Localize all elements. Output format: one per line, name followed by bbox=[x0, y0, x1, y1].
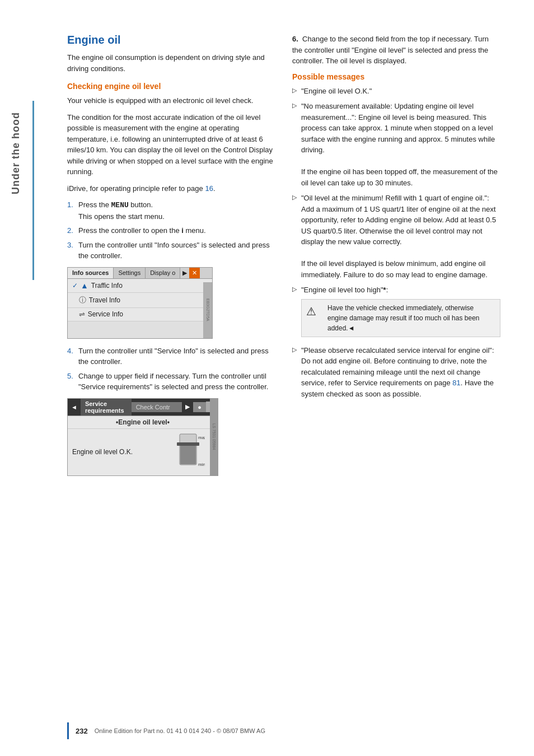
intro-text: The engine oil consumption is dependent … bbox=[67, 52, 275, 74]
page-link-81[interactable]: 81 bbox=[452, 379, 460, 387]
service-ok-row: Engine oil level O.K. max. min. bbox=[68, 429, 218, 475]
step-5: 5. Change to upper field if necessary. T… bbox=[67, 371, 275, 393]
warning-box: ⚠ Have the vehicle checked immediately, … bbox=[301, 299, 500, 337]
step-4: 4. Turn the controller until "Service In… bbox=[67, 346, 275, 367]
section1-title: Checking engine oil level bbox=[67, 82, 275, 91]
menu-item-traffic-text: Traffic Info bbox=[91, 282, 123, 290]
svg-rect-2 bbox=[177, 442, 199, 446]
step-text-5: Change to upper field if necessary. Turn… bbox=[78, 371, 275, 393]
step-num-4: 4. bbox=[67, 346, 78, 367]
step-num-1: 1. bbox=[67, 199, 78, 222]
para2: The condition for the most accurate indi… bbox=[67, 112, 275, 178]
step-text-4: Turn the controller until "Service Info"… bbox=[78, 346, 275, 367]
arrow-icon-4: ▷ bbox=[292, 284, 301, 340]
main-title: Engine oil bbox=[67, 34, 275, 46]
tab-info-sources: Info sources bbox=[68, 268, 114, 278]
warning-text: Have the vehicle checked immediately, ot… bbox=[327, 303, 495, 333]
service-arrow-left-icon: ◄ bbox=[68, 402, 81, 412]
check-icon: ✓ bbox=[72, 282, 78, 290]
message-5: ▷ "Please observe recalculated service i… bbox=[292, 345, 500, 400]
menu-tabs: Info sources Settings Display o ▶ ✕ bbox=[68, 268, 212, 279]
page-container: Under the hood Engine oil The engine oil… bbox=[0, 0, 534, 756]
message-3-text: "Oil level at the minimum! Refill with 1… bbox=[301, 193, 500, 280]
step-num-5: 5. bbox=[67, 371, 78, 393]
message-3: ▷ "Oil level at the minimum! Refill with… bbox=[292, 193, 500, 280]
menu-empty-area bbox=[68, 321, 212, 338]
traffic-icon: ▲ bbox=[81, 281, 88, 290]
tab-settings: Settings bbox=[114, 268, 146, 278]
menu-item-travel: ⓘ Travel Info bbox=[68, 293, 212, 308]
step-num-3: 3. bbox=[67, 240, 78, 262]
message-4-text: "Engine oil level too high"*: ⚠ Have the… bbox=[301, 284, 500, 340]
step-num-2: 2. bbox=[67, 225, 78, 236]
message-5-text: "Please observe recalculated service int… bbox=[301, 345, 500, 400]
oil-gauge-svg: max. min. bbox=[171, 431, 205, 473]
service-screenshot: ◄ Service requirements Check Contr ▶ ● ✕… bbox=[67, 398, 218, 476]
service-arrow-right-icon: ▶ bbox=[182, 402, 193, 412]
right-column: 6. Change to the second field from the t… bbox=[292, 34, 500, 483]
arrow-icon-3: ▷ bbox=[292, 193, 301, 280]
tab-display: Display o bbox=[146, 268, 180, 278]
svg-rect-1 bbox=[180, 445, 196, 464]
sidebar-label: Under the hood bbox=[10, 112, 22, 194]
para3: iDrive, for operating principle refer to… bbox=[67, 183, 275, 194]
menu-item-service: ⇌ Service Info bbox=[68, 308, 212, 321]
svg-text:min.: min. bbox=[198, 462, 205, 467]
service-req-tab: Service requirements bbox=[81, 399, 132, 416]
para1: Your vehicle is equipped with an electro… bbox=[67, 95, 275, 106]
strip-text: EB3G2TD5A bbox=[206, 298, 210, 321]
oil-gauge: max. min. bbox=[171, 431, 205, 473]
message-2-text: "No measurement available: Updating engi… bbox=[301, 101, 500, 188]
svg-text:max.: max. bbox=[198, 435, 205, 440]
arrow-icon-5: ▷ bbox=[292, 345, 301, 400]
message-4: ▷ "Engine oil level too high"*: ⚠ Have t… bbox=[292, 284, 500, 340]
empty-check bbox=[72, 296, 76, 304]
menu-screenshot-1: Info sources Settings Display o ▶ ✕ ✓ ▲ … bbox=[67, 267, 213, 339]
footer-bar bbox=[67, 722, 69, 739]
message-1-text: "Engine oil level O.K." bbox=[301, 86, 500, 97]
sidebar-border bbox=[32, 101, 34, 280]
steps-list: 1. Press the MENU button.This opens the … bbox=[67, 199, 275, 262]
arrow-icon-2: ▷ bbox=[292, 101, 301, 188]
message-1: ▷ "Engine oil level O.K." bbox=[292, 86, 500, 97]
step6-text: 6. Change to the second field from the t… bbox=[292, 34, 500, 67]
step-2: 2. Press the controller to open the i me… bbox=[67, 225, 275, 236]
menu-right-strip: EB3G2TD5A bbox=[203, 282, 212, 338]
step-1: 1. Press the MENU button.This opens the … bbox=[67, 199, 275, 222]
service-orange-btn: ● bbox=[193, 402, 206, 412]
menu-item-service-text: Service Info bbox=[88, 310, 123, 318]
travel-icon: ⓘ bbox=[79, 295, 86, 305]
left-column: Engine oil The engine oil consumption is… bbox=[67, 34, 275, 483]
tab-close: ✕ bbox=[189, 268, 200, 278]
menu-item-traffic: ✓ ▲ Traffic Info bbox=[68, 279, 212, 293]
arrow-icon-1: ▷ bbox=[292, 86, 301, 97]
page-footer: 232 Online Edition for Part no. 01 41 0 … bbox=[0, 722, 534, 739]
service-box-header: ◄ Service requirements Check Contr ▶ ● ✕ bbox=[68, 399, 218, 416]
message-2: ▷ "No measurement available: Updating en… bbox=[292, 101, 500, 188]
page-link-16[interactable]: 16 bbox=[205, 184, 213, 193]
menu-item-travel-text: Travel Info bbox=[89, 296, 120, 304]
two-col-layout: Engine oil The engine oil consumption is… bbox=[67, 34, 500, 483]
service-ok-text: Engine oil level O.K. bbox=[72, 448, 171, 456]
check-contr-tab: Check Contr bbox=[132, 402, 182, 412]
service-strip-text: LS 7531 05984 bbox=[212, 423, 216, 450]
engine-oil-level-label: •Engine oil level• bbox=[68, 416, 218, 429]
messages-list: ▷ "Engine oil level O.K." ▷ "No measurem… bbox=[292, 86, 500, 400]
page-number: 232 bbox=[76, 727, 88, 735]
footer-copyright: Online Edition for Part no. 01 41 0 014 … bbox=[95, 727, 265, 734]
possible-messages-title: Possible messages bbox=[292, 72, 500, 81]
empty-check2 bbox=[72, 310, 76, 318]
warning-triangle-icon: ⚠ bbox=[306, 303, 323, 320]
step-text-2: Press the controller to open the i menu. bbox=[78, 225, 275, 236]
service-icon: ⇌ bbox=[79, 310, 85, 319]
step-3: 3. Turn the controller until "Info sourc… bbox=[67, 240, 275, 262]
step-text-1: Press the MENU button.This opens the sta… bbox=[78, 199, 275, 222]
tab-arrow: ▶ bbox=[180, 268, 189, 278]
service-right-strip: LS 7531 05984 bbox=[210, 399, 218, 475]
step-text-3: Turn the controller until "Info sources"… bbox=[78, 240, 275, 262]
steps-list-2: 4. Turn the controller until "Service In… bbox=[67, 346, 275, 393]
